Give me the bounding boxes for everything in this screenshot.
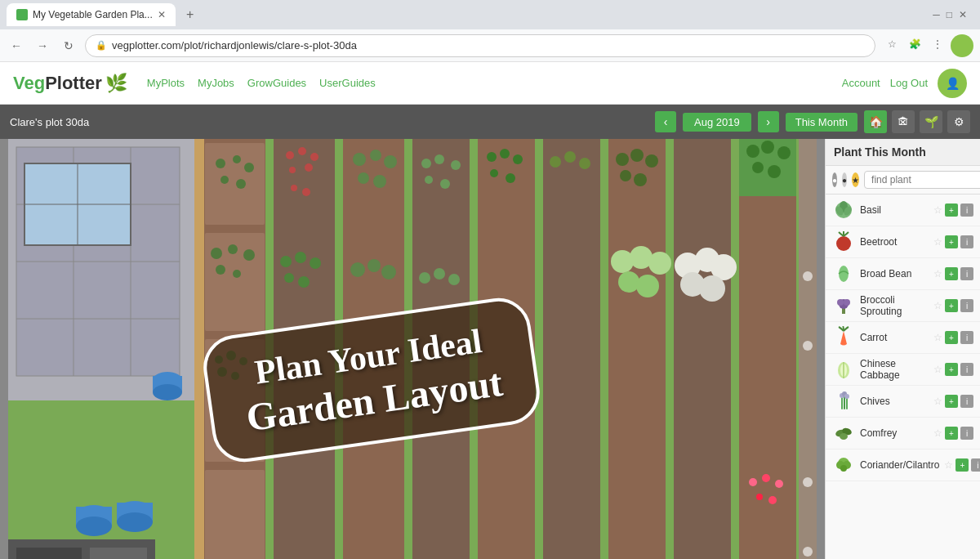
refresh-button[interactable]: ↻ (59, 36, 78, 56)
minimize-btn[interactable]: ─ (933, 9, 940, 20)
sidebar-header: Plant This Month (826, 139, 980, 166)
coriander-add-btn[interactable]: + (956, 458, 969, 472)
menu-icon[interactable]: ⋮ (928, 34, 947, 54)
carrot-info: Carrot (860, 332, 929, 343)
beetroot-star[interactable]: ☆ (933, 236, 942, 248)
broad-bean-star[interactable]: ☆ (933, 268, 942, 280)
svg-point-86 (616, 153, 629, 166)
svg-point-104 (762, 474, 770, 482)
broad-bean-info-btn[interactable]: i (960, 267, 973, 280)
carrot-info-btn[interactable]: i (960, 331, 973, 344)
svg-point-118 (777, 146, 791, 159)
svg-point-74 (448, 274, 460, 285)
toolbar-plant-icon[interactable]: 🌱 (920, 110, 942, 133)
user-avatar-header[interactable]: 👤 (938, 69, 967, 98)
bookmark-icon[interactable]: ☆ (882, 34, 902, 54)
user-avatar[interactable] (951, 34, 973, 57)
svg-rect-96 (674, 139, 731, 559)
plant-search-input[interactable] (864, 171, 980, 189)
forward-button[interactable]: → (33, 36, 52, 56)
beetroot-info-btn[interactable]: i (960, 235, 973, 248)
svg-point-62 (373, 175, 386, 188)
comfrey-star[interactable]: ☆ (933, 427, 942, 439)
basil-info-btn[interactable]: i (960, 203, 973, 217)
basil-star[interactable]: ☆ (933, 204, 942, 216)
tab-close-btn[interactable]: ✕ (158, 9, 166, 20)
comfrey-add-btn[interactable]: + (945, 427, 958, 440)
svg-point-67 (421, 159, 431, 168)
chives-star[interactable]: ☆ (933, 396, 942, 407)
broad-bean-icon (832, 262, 855, 285)
svg-point-94 (618, 271, 639, 293)
svg-point-76 (487, 152, 497, 162)
account-link[interactable]: Account (842, 77, 880, 89)
filter-starred-btn[interactable]: ● (842, 172, 847, 187)
beetroot-add-btn[interactable]: + (945, 235, 958, 248)
svg-point-30 (233, 155, 241, 163)
chinese-cabbage-add-btn[interactable]: + (945, 363, 958, 376)
svg-point-53 (295, 252, 306, 263)
garden-canvas[interactable]: Plan Your Ideal Garden Layout 2m + - ⛶ ⊕ (0, 139, 825, 559)
plot-title: Clare's plot 30da (10, 116, 89, 128)
url-bar[interactable]: 🔒 vegplotter.com/plot/richardjonlewis/cl… (85, 34, 875, 57)
svg-point-36 (243, 249, 255, 261)
plant-list: Basil ☆ + i Beetroot ☆ + (826, 195, 980, 559)
active-tab[interactable]: My Vegetable Garden Pla... ✕ (7, 3, 176, 26)
chives-info-btn[interactable]: i (960, 395, 973, 408)
svg-point-146 (840, 433, 848, 440)
svg-point-130 (836, 236, 851, 251)
list-item: Chives ☆ + i (826, 386, 980, 418)
broad-bean-name: Broad Bean (860, 268, 929, 280)
toolbar-house-icon[interactable]: 🏠 (864, 110, 887, 133)
back-button[interactable]: ← (7, 36, 26, 56)
basil-add-btn[interactable]: + (945, 203, 958, 217)
coriander-star[interactable]: ☆ (944, 459, 953, 471)
maximize-btn[interactable]: □ (947, 9, 952, 20)
sidebar-title: Plant This Month (834, 145, 926, 159)
carrot-add-btn[interactable]: + (945, 331, 958, 344)
nav-userguides[interactable]: UserGuides (319, 77, 376, 89)
this-month-btn[interactable]: This Month (786, 113, 858, 132)
svg-point-95 (636, 275, 659, 297)
next-month-btn[interactable]: › (758, 111, 779, 132)
broccoli-info-btn[interactable]: i (960, 299, 973, 312)
coriander-name: Coriander/Cilantro (860, 459, 939, 471)
svg-point-119 (752, 162, 764, 173)
toolbar-icons: 🏠 🏚 🌱 ⚙ (864, 110, 970, 133)
url-text: vegplotter.com/plot/richardjonlewis/clar… (112, 39, 865, 51)
prev-month-btn[interactable]: ‹ (655, 111, 676, 132)
coriander-info-btn[interactable]: i (971, 458, 980, 472)
nav-myjobs[interactable]: MyJobs (198, 77, 234, 89)
chinese-cabbage-name: Chinese Cabbage (860, 358, 929, 381)
toolbar-settings-icon[interactable]: ⚙ (947, 110, 970, 133)
svg-point-60 (384, 155, 397, 168)
nav-myplots[interactable]: MyPlots (147, 77, 185, 89)
svg-point-29 (216, 159, 225, 168)
carrot-star[interactable]: ☆ (933, 332, 942, 343)
broccoli-add-btn[interactable]: + (945, 299, 958, 312)
beetroot-icon (832, 230, 855, 253)
toolbar-shed-icon[interactable]: 🏚 (892, 110, 915, 133)
comfrey-info-btn[interactable]: i (960, 427, 973, 440)
broad-bean-info: Broad Bean (860, 268, 929, 280)
nav-growguides[interactable]: GrowGuides (247, 77, 306, 89)
svg-point-122 (803, 271, 813, 281)
comfrey-actions: ☆ + i (933, 427, 973, 440)
logout-link[interactable]: Log Out (890, 77, 928, 89)
new-tab-button[interactable]: + (179, 3, 202, 26)
chives-add-btn[interactable]: + (945, 395, 958, 408)
basil-info: Basil (860, 204, 929, 216)
broccoli-star[interactable]: ☆ (933, 300, 942, 311)
browser-actions: ☆ 🧩 ⋮ (882, 34, 973, 57)
close-btn[interactable]: ✕ (959, 9, 967, 20)
chinese-cabbage-info-btn[interactable]: i (960, 363, 973, 376)
broccoli-actions: ☆ + i (933, 299, 973, 312)
chinese-cabbage-star[interactable]: ☆ (933, 364, 942, 375)
filter-favs-btn[interactable]: ★ (852, 172, 859, 187)
extensions-icon[interactable]: 🧩 (905, 34, 924, 54)
broad-bean-add-btn[interactable]: + (945, 267, 958, 280)
svg-point-106 (756, 494, 763, 500)
filter-all-btn[interactable]: ● (832, 172, 837, 187)
chinese-cabbage-info: Chinese Cabbage (860, 358, 929, 381)
svg-point-35 (228, 244, 238, 254)
